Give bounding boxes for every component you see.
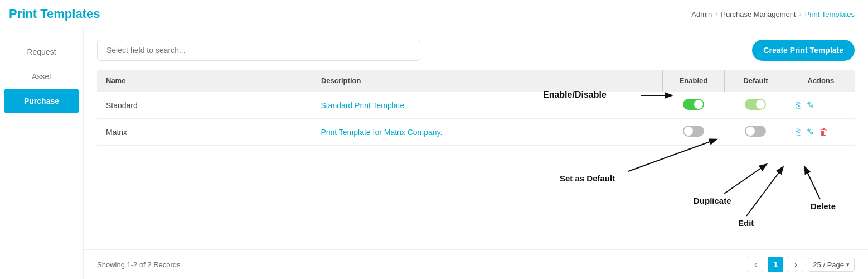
annotation-delete: Delete [811,201,836,211]
record-count: Showing 1-2 of 2 Records [97,261,181,269]
create-print-template-button[interactable]: Create Print Template [752,40,855,61]
page-title: Print Templates [9,7,100,21]
content: Create Print Template Name Description E… [84,28,868,249]
breadcrumb-sep-1: › [715,10,717,18]
row-name-standard: Standard [97,92,312,119]
table-row: Standard Standard Print Template [97,92,855,119]
row-enabled-standard [662,92,725,119]
row-actions-matrix: ⎘ ✎ 🗑 [787,119,855,146]
duplicate-icon-standard[interactable]: ⎘ [796,100,801,110]
arrow-duplicate [724,165,766,194]
table-row: Matrix Print Template for Matrix Company… [97,119,855,146]
col-default: Default [725,70,787,92]
sidebar-item-request[interactable]: Request [0,40,83,64]
annotation-duplicate: Duplicate [694,196,731,205]
breadcrumb-sep-2: › [799,10,802,18]
toggle-slider-matrix [683,126,704,137]
arrow-delete [805,167,820,199]
duplicate-icon-matrix[interactable]: ⎘ [796,127,801,137]
annotation-set-default: Set as Default [560,174,615,183]
chevron-down-icon: ▾ [846,261,850,268]
toggle-slider-default-matrix [745,126,766,137]
delete-icon-matrix[interactable]: 🗑 [819,127,828,137]
row-default-standard [725,92,787,119]
enabled-toggle-standard[interactable] [683,99,704,110]
sidebar-item-asset[interactable]: Asset [0,64,83,89]
pagination: ‹ 1 › 25 / Page ▾ [748,257,855,272]
toolbar: Create Print Template [97,40,855,61]
default-toggle-matrix[interactable] [745,126,766,137]
sidebar-item-purchase[interactable]: Purchase [4,89,79,113]
main-layout: Request Asset Purchase Create Print Temp… [0,28,868,279]
app-container: Print Templates Admin › Purchase Managem… [0,0,868,279]
table-container: Name Description Enabled Default Actions [97,70,855,146]
search-input[interactable] [97,40,420,61]
row-name-matrix: Matrix [97,119,312,146]
enabled-toggle-matrix[interactable] [683,126,704,137]
toggle-slider [683,99,704,110]
breadcrumb-print-templates: Print Templates [805,10,855,18]
actions-standard: ⎘ ✎ [796,100,846,110]
sidebar: Request Asset Purchase [0,28,84,279]
print-templates-table: Name Description Enabled Default Actions [97,70,855,146]
actions-matrix: ⎘ ✎ 🗑 [796,127,846,137]
edit-icon-matrix[interactable]: ✎ [807,127,814,137]
header: Print Templates Admin › Purchase Managem… [0,0,868,28]
col-description: Description [312,70,662,92]
row-desc-matrix: Print Template for Matrix Company. [312,119,662,146]
annotation-area: Name Description Enabled Default Actions [97,70,855,238]
row-actions-standard: ⎘ ✎ [787,92,855,119]
edit-icon-standard[interactable]: ✎ [807,100,814,110]
arrow-edit [746,167,783,216]
row-desc-standard: Standard Print Template [312,92,662,119]
breadcrumb: Admin › Purchase Management › Print Temp… [691,10,855,18]
col-name: Name [97,70,312,92]
toggle-slider-default [745,99,766,110]
default-toggle-standard[interactable] [745,99,766,110]
prev-page-button[interactable]: ‹ [748,257,763,272]
content-wrapper: Create Print Template Name Description E… [84,28,868,279]
row-enabled-matrix [662,119,725,146]
col-actions: Actions [787,70,855,92]
breadcrumb-admin[interactable]: Admin [691,10,712,18]
breadcrumb-purchase-management[interactable]: Purchase Management [721,10,796,18]
page-1-button[interactable]: 1 [768,257,783,272]
next-page-button[interactable]: › [788,257,803,272]
row-default-matrix [725,119,787,146]
per-page-selector[interactable]: 25 / Page ▾ [808,258,855,272]
footer: Showing 1-2 of 2 Records ‹ 1 › 25 / Page… [84,249,868,279]
annotation-edit: Edit [738,218,754,228]
col-enabled: Enabled [662,70,725,92]
